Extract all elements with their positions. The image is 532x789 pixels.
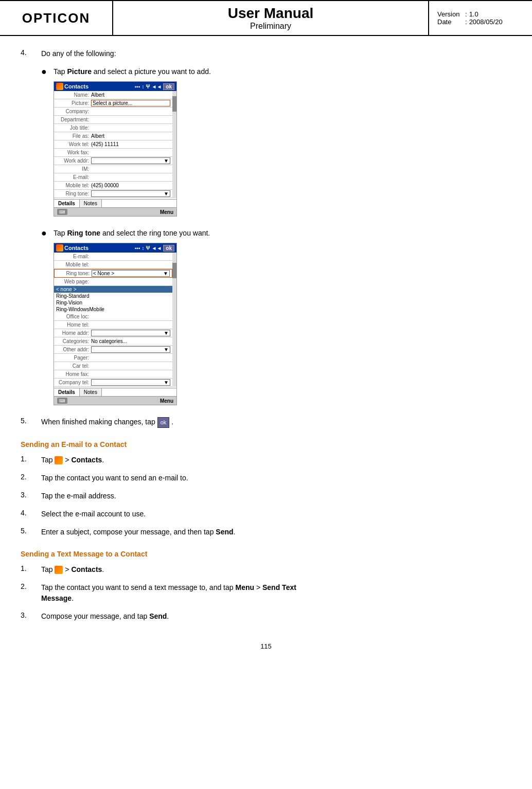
ok-button-screen2[interactable]: ok xyxy=(163,245,174,252)
windows-icon-email xyxy=(55,456,63,464)
field-picture[interactable]: Picture: Select a picture... xyxy=(54,99,172,107)
field-label-im: IM: xyxy=(56,166,91,172)
menu-bold: Menu xyxy=(235,583,254,591)
step-4-number: 4. xyxy=(21,48,41,57)
field-label-fileas: File as: xyxy=(56,133,91,139)
dropdown-item-vision[interactable]: Ring-Vision xyxy=(54,299,172,306)
document-meta: Version : 1.0 Date : 2008/05/20 xyxy=(429,1,532,35)
dropdown-list: < none > Ring-Standard Ring-Vision Ring-… xyxy=(54,286,172,313)
phone-bottombar-2: ⌨ Menu xyxy=(54,397,176,405)
dropdown-arrow-2: ▼ xyxy=(163,271,168,276)
version-label: Version xyxy=(437,10,463,18)
send-bold-email: Send xyxy=(216,528,233,536)
titlebar-icons-2: ▪▪▪ ↕ Ψ ◄◄ ok xyxy=(135,245,174,252)
phone-tabs-2: Details Notes xyxy=(54,388,176,397)
field-value-ringtone[interactable]: ▼ xyxy=(91,190,170,197)
battery-icon: ▪▪▪ xyxy=(135,84,140,89)
tab-details-2[interactable]: Details xyxy=(54,388,80,396)
contacts-bold-email1: Contacts xyxy=(71,456,102,464)
field-label-ringtone: Ring tone: xyxy=(56,191,91,196)
field-value-workaddr[interactable]: ▼ xyxy=(91,157,170,164)
phone-tabs-1: Details Notes xyxy=(54,199,176,208)
field-label-jobtitle: Job title: xyxy=(56,125,91,131)
windows-icon-text xyxy=(55,566,63,574)
main-content: 4. Do any of the following: ● Tap Pictur… xyxy=(0,36,532,662)
tab-details-1[interactable]: Details xyxy=(54,200,80,207)
field-value-ringtone-2[interactable]: < None > ▼ xyxy=(92,270,170,277)
field-webpage: Web page: xyxy=(54,278,172,286)
field-label-ringtone-2: Ring tone: xyxy=(57,271,92,276)
scroll-col-1[interactable] xyxy=(172,91,176,198)
email-step-5-text: Enter a subject, compose your message, a… xyxy=(41,527,235,537)
field-value-picture: Select a picture... xyxy=(91,100,170,106)
phone-fields-1: Name: Albert Picture: Select a picture..… xyxy=(54,91,176,198)
field-label-company: Company: xyxy=(56,109,91,114)
scroll-col-2[interactable] xyxy=(172,253,176,387)
field-ringtone-2[interactable]: Ring tone: < None > ▼ xyxy=(54,269,172,278)
field-label-cartel: Car tel: xyxy=(56,363,91,369)
keyboard-icon-2[interactable]: ⌨ xyxy=(57,398,67,404)
date-colon: : xyxy=(465,18,467,26)
ok-button-screen1[interactable]: ok xyxy=(163,83,174,90)
field-label-mobiltel: Mobile tel: xyxy=(56,183,91,188)
volume-icon: ◄◄ xyxy=(152,84,162,89)
field-value-worktel: (425) 11111 xyxy=(91,141,170,147)
field-name: Name: Albert xyxy=(54,91,172,99)
field-value-homeaddr[interactable]: ▼ xyxy=(91,330,170,336)
version-value: 1.0 xyxy=(469,10,478,18)
version-row: Version : 1.0 xyxy=(437,10,524,18)
email-step-2: 2. Tap the contact you want to send an e… xyxy=(21,473,511,483)
menu-button-2[interactable]: Menu xyxy=(160,398,173,404)
field-mobiltel: Mobile tel: (425) 00000 xyxy=(54,182,172,190)
keyboard-icon-1[interactable]: ⌨ xyxy=(57,209,67,215)
email-step-5: 5. Enter a subject, compose your message… xyxy=(21,527,511,537)
dropdown-item-none[interactable]: < none > xyxy=(54,286,172,293)
field-ringtone: Ring tone: ▼ xyxy=(54,190,172,198)
ringtone-selected-value: < None > xyxy=(93,271,114,276)
field-value-name: Albert xyxy=(91,92,170,98)
field-label-homeaddr: Home addr: xyxy=(56,330,91,336)
bullet2-bold: Ring tone xyxy=(67,229,100,237)
phone-bottombar-1: ⌨ Menu xyxy=(54,208,176,216)
text-step-3-num: 3. xyxy=(21,611,41,619)
bullet-text-2: Tap Ring tone and select the ring tone y… xyxy=(54,228,511,239)
field-department: Department: xyxy=(54,116,172,124)
field-label-picture: Picture: xyxy=(56,100,91,106)
tab-notes-2[interactable]: Notes xyxy=(80,388,102,396)
bullet2-suffix: and select the ring tone you want. xyxy=(100,229,210,237)
field-label-webpage: Web page: xyxy=(56,279,91,284)
company-logo: OPTICON xyxy=(0,1,113,35)
text-step-3: 3. Compose your message, and tap Send. xyxy=(21,611,511,622)
dropdown-item-windowsmobile[interactable]: Ring-WindowsMobile xyxy=(54,306,172,313)
main-title: User Manual xyxy=(228,5,314,22)
contacts-bold-text1: Contacts xyxy=(71,565,102,573)
field-label-categories: Categories: xyxy=(56,338,91,344)
field-value-mobiltel: (425) 00000 xyxy=(91,183,170,188)
field-value-categories: No categories... xyxy=(91,338,170,344)
wifi-icon: Ψ xyxy=(146,84,150,89)
battery-icon-2: ▪▪▪ xyxy=(135,245,140,251)
email-step-4-text: Select the e-mail account to use. xyxy=(41,509,146,519)
phone-fields-2: E-mail: Mobile tel: Ring tone: xyxy=(54,253,176,387)
field-value-companytel[interactable]: ▼ xyxy=(91,379,170,386)
field-label-department: Department: xyxy=(56,117,91,122)
menu-button-1[interactable]: Menu xyxy=(160,209,173,215)
phone-screen-1: Contacts ▪▪▪ ↕ Ψ ◄◄ ok xyxy=(54,81,177,217)
phone-fields-col-1: Name: Albert Picture: Select a picture..… xyxy=(54,91,172,198)
phone-screen-2: Contacts ▪▪▪ ↕ Ψ ◄◄ ok xyxy=(54,243,177,405)
bullet2-prefix: Tap xyxy=(54,229,67,237)
bullet-section: ● Tap Picture and select a picture you w… xyxy=(41,66,511,411)
windows-logo-1 xyxy=(56,83,63,90)
step5-prefix: When finished making changes, tap xyxy=(41,418,157,426)
email-step-2-num: 2. xyxy=(21,473,41,481)
field-hometel: Home tel: xyxy=(54,321,172,329)
email-step-2-text: Tap the contact you want to send an e-ma… xyxy=(41,473,188,483)
send-bold-text: Send xyxy=(149,612,167,620)
field-label-mobitel-2: Mobile tel: xyxy=(56,262,91,267)
field-otheraddr: Other addr: ▼ xyxy=(54,346,172,354)
email-step-4-num: 4. xyxy=(21,509,41,517)
phone-titlebar-1: Contacts ▪▪▪ ↕ Ψ ◄◄ ok xyxy=(54,82,176,91)
field-value-otheraddr[interactable]: ▼ xyxy=(91,346,170,353)
dropdown-item-standard[interactable]: Ring-Standard xyxy=(54,293,172,299)
tab-notes-1[interactable]: Notes xyxy=(80,200,102,207)
